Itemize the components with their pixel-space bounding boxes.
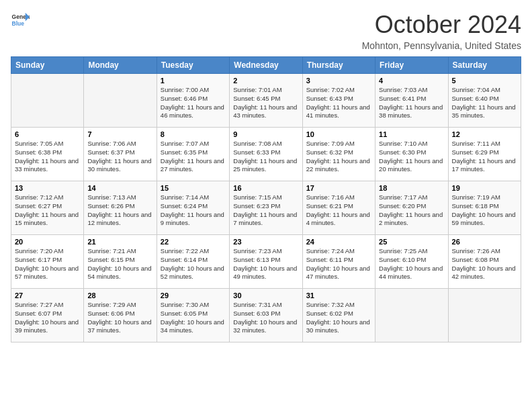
calendar-cell: 10Sunrise: 7:09 AMSunset: 6:32 PMDayligh… bbox=[302, 128, 375, 181]
day-number: 16 bbox=[233, 184, 298, 192]
day-number: 13 bbox=[15, 184, 80, 192]
day-detail: Sunrise: 7:09 AMSunset: 6:32 PMDaylight:… bbox=[306, 140, 371, 174]
day-number: 31 bbox=[306, 291, 371, 300]
calendar-cell bbox=[84, 74, 157, 128]
calendar-table: SundayMondayTuesdayWednesdayThursdayFrid… bbox=[11, 56, 521, 342]
calendar-cell: 2Sunrise: 7:01 AMSunset: 6:45 PMDaylight… bbox=[230, 74, 302, 128]
day-detail: Sunrise: 7:03 AMSunset: 6:41 PMDaylight:… bbox=[379, 86, 444, 120]
day-number: 10 bbox=[306, 130, 371, 138]
calendar-cell: 1Sunrise: 7:00 AMSunset: 6:46 PMDaylight… bbox=[157, 74, 229, 128]
day-detail: Sunrise: 7:17 AMSunset: 6:20 PMDaylight:… bbox=[379, 193, 444, 228]
calendar-week-3: 13Sunrise: 7:12 AMSunset: 6:27 PMDayligh… bbox=[11, 181, 521, 235]
calendar-cell: 24Sunrise: 7:24 AMSunset: 6:11 PMDayligh… bbox=[302, 235, 375, 289]
calendar-cell: 8Sunrise: 7:07 AMSunset: 6:35 PMDaylight… bbox=[157, 128, 229, 181]
calendar-cell: 17Sunrise: 7:16 AMSunset: 6:21 PMDayligh… bbox=[302, 181, 375, 235]
day-detail: Sunrise: 7:25 AMSunset: 6:10 PMDaylight:… bbox=[379, 247, 444, 281]
weekday-header-saturday: Saturday bbox=[448, 57, 521, 74]
day-detail: Sunrise: 7:30 AMSunset: 6:05 PMDaylight:… bbox=[161, 301, 226, 335]
weekday-header-thursday: Thursday bbox=[302, 57, 375, 74]
calendar-cell: 13Sunrise: 7:12 AMSunset: 6:27 PMDayligh… bbox=[11, 181, 84, 235]
day-number: 11 bbox=[379, 130, 444, 138]
day-number: 28 bbox=[87, 291, 152, 300]
location: Mohnton, Pennsylvania, United States bbox=[362, 40, 521, 51]
calendar-cell: 20Sunrise: 7:20 AMSunset: 6:17 PMDayligh… bbox=[11, 235, 84, 289]
calendar-cell: 22Sunrise: 7:22 AMSunset: 6:14 PMDayligh… bbox=[157, 235, 229, 289]
day-detail: Sunrise: 7:07 AMSunset: 6:35 PMDaylight:… bbox=[161, 140, 226, 174]
calendar-cell: 25Sunrise: 7:25 AMSunset: 6:10 PMDayligh… bbox=[375, 235, 448, 289]
page-header: General Blue October 2024 Mohnton, Penns… bbox=[11, 11, 521, 51]
calendar-cell bbox=[448, 289, 521, 342]
day-detail: Sunrise: 7:31 AMSunset: 6:03 PMDaylight:… bbox=[233, 301, 298, 335]
calendar-cell: 26Sunrise: 7:26 AMSunset: 6:08 PMDayligh… bbox=[448, 235, 521, 289]
day-detail: Sunrise: 7:24 AMSunset: 6:11 PMDaylight:… bbox=[306, 247, 371, 281]
calendar-cell: 28Sunrise: 7:29 AMSunset: 6:06 PMDayligh… bbox=[84, 289, 157, 342]
calendar-cell: 5Sunrise: 7:04 AMSunset: 6:40 PMDaylight… bbox=[448, 74, 521, 128]
day-number: 9 bbox=[233, 130, 298, 138]
calendar-cell bbox=[11, 74, 84, 128]
day-number: 26 bbox=[452, 238, 517, 246]
calendar-cell: 19Sunrise: 7:19 AMSunset: 6:18 PMDayligh… bbox=[448, 181, 521, 235]
day-number: 2 bbox=[233, 77, 298, 85]
day-number: 3 bbox=[306, 77, 371, 85]
weekday-header-tuesday: Tuesday bbox=[157, 57, 229, 74]
day-detail: Sunrise: 7:08 AMSunset: 6:33 PMDaylight:… bbox=[233, 140, 298, 174]
day-detail: Sunrise: 7:04 AMSunset: 6:40 PMDaylight:… bbox=[452, 86, 517, 120]
day-detail: Sunrise: 7:06 AMSunset: 6:37 PMDaylight:… bbox=[87, 140, 152, 174]
weekday-header-sunday: Sunday bbox=[11, 57, 84, 74]
day-detail: Sunrise: 7:16 AMSunset: 6:21 PMDaylight:… bbox=[306, 193, 371, 228]
day-number: 8 bbox=[161, 130, 226, 138]
day-detail: Sunrise: 7:02 AMSunset: 6:43 PMDaylight:… bbox=[306, 86, 371, 120]
calendar-cell: 27Sunrise: 7:27 AMSunset: 6:07 PMDayligh… bbox=[11, 289, 84, 342]
day-detail: Sunrise: 7:27 AMSunset: 6:07 PMDaylight:… bbox=[15, 301, 80, 335]
calendar-cell: 6Sunrise: 7:05 AMSunset: 6:38 PMDaylight… bbox=[11, 128, 84, 181]
day-number: 21 bbox=[87, 238, 152, 246]
calendar-week-5: 27Sunrise: 7:27 AMSunset: 6:07 PMDayligh… bbox=[11, 289, 521, 342]
calendar-week-2: 6Sunrise: 7:05 AMSunset: 6:38 PMDaylight… bbox=[11, 128, 521, 181]
day-detail: Sunrise: 7:22 AMSunset: 6:14 PMDaylight:… bbox=[161, 247, 226, 281]
calendar-cell: 14Sunrise: 7:13 AMSunset: 6:26 PMDayligh… bbox=[84, 181, 157, 235]
calendar-cell: 15Sunrise: 7:14 AMSunset: 6:24 PMDayligh… bbox=[157, 181, 229, 235]
day-number: 23 bbox=[233, 238, 298, 246]
calendar-cell: 3Sunrise: 7:02 AMSunset: 6:43 PMDaylight… bbox=[302, 74, 375, 128]
day-detail: Sunrise: 7:12 AMSunset: 6:27 PMDaylight:… bbox=[15, 193, 80, 228]
day-number: 24 bbox=[306, 238, 371, 246]
month-title: October 2024 bbox=[362, 11, 521, 39]
day-detail: Sunrise: 7:32 AMSunset: 6:02 PMDaylight:… bbox=[306, 301, 371, 335]
calendar-cell: 31Sunrise: 7:32 AMSunset: 6:02 PMDayligh… bbox=[302, 289, 375, 342]
weekday-header-wednesday: Wednesday bbox=[230, 57, 302, 74]
weekday-header-friday: Friday bbox=[375, 57, 448, 74]
day-detail: Sunrise: 7:23 AMSunset: 6:13 PMDaylight:… bbox=[233, 247, 298, 281]
calendar-cell: 16Sunrise: 7:15 AMSunset: 6:23 PMDayligh… bbox=[230, 181, 302, 235]
day-detail: Sunrise: 7:05 AMSunset: 6:38 PMDaylight:… bbox=[15, 140, 80, 174]
day-detail: Sunrise: 7:21 AMSunset: 6:15 PMDaylight:… bbox=[87, 247, 152, 281]
day-number: 14 bbox=[87, 184, 152, 192]
weekday-header-row: SundayMondayTuesdayWednesdayThursdayFrid… bbox=[11, 57, 521, 74]
day-number: 20 bbox=[15, 238, 80, 246]
day-detail: Sunrise: 7:00 AMSunset: 6:46 PMDaylight:… bbox=[161, 86, 226, 120]
calendar-cell: 11Sunrise: 7:10 AMSunset: 6:30 PMDayligh… bbox=[375, 128, 448, 181]
calendar-week-1: 1Sunrise: 7:00 AMSunset: 6:46 PMDaylight… bbox=[11, 74, 521, 128]
day-number: 19 bbox=[452, 184, 517, 192]
day-number: 22 bbox=[161, 238, 226, 246]
day-number: 7 bbox=[87, 130, 152, 138]
calendar-week-4: 20Sunrise: 7:20 AMSunset: 6:17 PMDayligh… bbox=[11, 235, 521, 289]
day-number: 5 bbox=[452, 77, 517, 85]
weekday-header-monday: Monday bbox=[84, 57, 157, 74]
calendar-cell: 7Sunrise: 7:06 AMSunset: 6:37 PMDaylight… bbox=[84, 128, 157, 181]
day-detail: Sunrise: 7:01 AMSunset: 6:45 PMDaylight:… bbox=[233, 86, 298, 120]
logo-icon: General Blue bbox=[11, 11, 30, 30]
calendar-cell: 23Sunrise: 7:23 AMSunset: 6:13 PMDayligh… bbox=[230, 235, 302, 289]
day-detail: Sunrise: 7:15 AMSunset: 6:23 PMDaylight:… bbox=[233, 193, 298, 228]
day-detail: Sunrise: 7:20 AMSunset: 6:17 PMDaylight:… bbox=[15, 247, 80, 281]
day-detail: Sunrise: 7:13 AMSunset: 6:26 PMDaylight:… bbox=[87, 193, 152, 228]
day-detail: Sunrise: 7:19 AMSunset: 6:18 PMDaylight:… bbox=[452, 193, 517, 228]
day-number: 1 bbox=[161, 77, 226, 85]
svg-text:Blue: Blue bbox=[12, 20, 25, 27]
calendar-cell: 30Sunrise: 7:31 AMSunset: 6:03 PMDayligh… bbox=[230, 289, 302, 342]
day-number: 30 bbox=[233, 291, 298, 300]
calendar-cell: 9Sunrise: 7:08 AMSunset: 6:33 PMDaylight… bbox=[230, 128, 302, 181]
calendar-cell bbox=[375, 289, 448, 342]
day-detail: Sunrise: 7:10 AMSunset: 6:30 PMDaylight:… bbox=[379, 140, 444, 174]
day-number: 12 bbox=[452, 130, 517, 138]
calendar-cell: 18Sunrise: 7:17 AMSunset: 6:20 PMDayligh… bbox=[375, 181, 448, 235]
